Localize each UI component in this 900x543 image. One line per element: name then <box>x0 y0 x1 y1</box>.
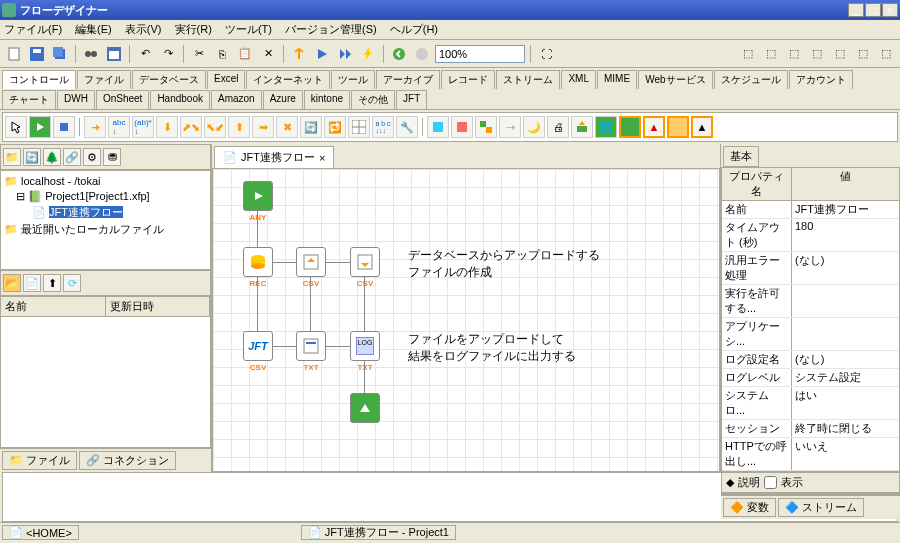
tree-flow[interactable]: 📄 JFT連携フロー <box>4 204 207 221</box>
file-list[interactable]: 名前 更新日時 <box>0 296 211 448</box>
end-node[interactable] <box>350 393 380 423</box>
status-home[interactable]: 📄 <HOME> <box>2 525 79 540</box>
db-node[interactable]: REC <box>243 247 273 277</box>
new-file-icon[interactable]: 📄 <box>23 274 41 292</box>
run-fast-icon[interactable] <box>335 44 355 64</box>
tab-file[interactable]: 📁 ファイル <box>2 451 77 470</box>
category-tab[interactable]: インターネット <box>246 70 330 89</box>
csv-node-1[interactable]: CSV <box>296 247 326 277</box>
show-check[interactable] <box>764 476 777 489</box>
start-node-icon[interactable] <box>29 116 51 138</box>
lightning-icon[interactable] <box>358 44 378 64</box>
wrench-icon[interactable]: 🔧 <box>396 116 418 138</box>
arrow-join-icon[interactable]: ⬉⬋ <box>204 116 226 138</box>
loop2-icon[interactable]: 🔁 <box>324 116 346 138</box>
category-tab[interactable]: Handbook <box>150 90 210 109</box>
maximize-button[interactable]: □ <box>865 3 881 17</box>
category-tab[interactable]: ツール <box>331 70 375 89</box>
abc-icon[interactable]: abc↓ <box>108 116 130 138</box>
grid-icon[interactable] <box>104 44 124 64</box>
tool-icon[interactable]: ⬚ <box>830 44 850 64</box>
debug-icon[interactable] <box>289 44 309 64</box>
csv-node-2[interactable]: CSV <box>350 247 380 277</box>
category-tab[interactable]: kintone <box>304 90 350 109</box>
back-icon[interactable] <box>389 44 409 64</box>
refresh-icon[interactable]: 🔄 <box>23 148 41 166</box>
tree-icon[interactable]: 🌲 <box>43 148 61 166</box>
moon-icon[interactable]: 🌙 <box>523 116 545 138</box>
arrow-down-icon[interactable]: ⬇ <box>156 116 178 138</box>
cfg-icon[interactable]: ⚙ <box>83 148 101 166</box>
col-date[interactable]: 更新日時 <box>106 297 211 316</box>
tool-icon[interactable]: ⬚ <box>761 44 781 64</box>
stop-node-icon[interactable] <box>53 116 75 138</box>
new-icon[interactable] <box>4 44 24 64</box>
start-node[interactable]: ANY <box>243 181 273 211</box>
folder-icon[interactable]: 📁 <box>3 148 21 166</box>
menu-version[interactable]: バージョン管理(S) <box>285 23 377 35</box>
copy-icon[interactable]: ⎘ <box>212 44 232 64</box>
minimize-button[interactable]: _ <box>848 3 864 17</box>
close-tab-icon[interactable]: × <box>319 152 325 164</box>
globe-icon[interactable]: 🌐 <box>595 116 617 138</box>
up-icon[interactable]: ⬆ <box>43 274 61 292</box>
sq-green-icon[interactable] <box>619 116 641 138</box>
arrow-cross-icon[interactable]: ✖ <box>276 116 298 138</box>
tab-connection[interactable]: 🔗 コネクション <box>79 451 176 470</box>
category-tab[interactable]: コントロール <box>2 70 76 89</box>
paste-icon[interactable]: 📋 <box>235 44 255 64</box>
sq-up2-icon[interactable]: ▲ <box>691 116 713 138</box>
category-tab[interactable]: DWH <box>57 90 95 109</box>
print-icon[interactable]: 🖨 <box>547 116 569 138</box>
category-tab[interactable]: スケジュール <box>714 70 788 89</box>
menu-run[interactable]: 実行(R) <box>175 23 212 35</box>
zoom-select[interactable] <box>435 45 525 63</box>
tree-recent[interactable]: 📁 最近開いたローカルファイル <box>4 221 207 238</box>
category-tab[interactable]: その他 <box>351 90 395 109</box>
refresh2-icon[interactable]: ⟳ <box>63 274 81 292</box>
menu-file[interactable]: ファイル(F) <box>4 23 62 35</box>
delete-icon[interactable]: ✕ <box>258 44 278 64</box>
property-table[interactable]: プロパティ名値 名前JFT連携フロータイムアウト (秒)180汎用エラー処理(な… <box>721 167 900 472</box>
flow-canvas[interactable]: ANY REC CSV CSV JFTCSV TXT LOGTXT データベース… <box>212 168 720 472</box>
menu-edit[interactable]: 編集(E) <box>75 23 112 35</box>
category-tab[interactable]: OnSheet <box>96 90 149 109</box>
abc2-icon[interactable]: (ab)*↓ <box>132 116 154 138</box>
open-icon[interactable]: 📂 <box>3 274 21 292</box>
table-icon[interactable] <box>348 116 370 138</box>
close-button[interactable]: × <box>882 3 898 17</box>
txt-node-2[interactable]: LOGTXT <box>350 331 380 361</box>
txt-node-1[interactable]: TXT <box>296 331 326 361</box>
canvas-tab[interactable]: 📄 JFT連携フロー × <box>214 146 334 168</box>
box1-icon[interactable] <box>427 116 449 138</box>
col-name[interactable]: 名前 <box>1 297 106 316</box>
sq-up-icon[interactable]: ▲ <box>643 116 665 138</box>
sort-icon[interactable]: a b c↓↓↓ <box>372 116 394 138</box>
tab-basic[interactable]: 基本 <box>723 146 759 167</box>
category-tab[interactable]: レコード <box>441 70 495 89</box>
tool-icon[interactable]: ⬚ <box>807 44 827 64</box>
box2-icon[interactable] <box>451 116 473 138</box>
category-tab[interactable]: ファイル <box>77 70 131 89</box>
category-tab[interactable]: Webサービス <box>638 70 712 89</box>
cursor-icon[interactable] <box>5 116 27 138</box>
fit-icon[interactable]: ⛶ <box>536 44 556 64</box>
link-icon[interactable]: 🔗 <box>63 148 81 166</box>
arrow2-icon[interactable]: ⇢ <box>499 116 521 138</box>
category-tab[interactable]: Amazon <box>211 90 262 109</box>
tree-project[interactable]: ⊟ 📗 Project1[Project1.xfp] <box>4 189 207 204</box>
tab-streams[interactable]: 🔷 ストリーム <box>778 498 864 517</box>
status-flow[interactable]: 📄 JFT連携フロー - Project1 <box>301 525 456 540</box>
project-tree[interactable]: 📁 localhost - /tokai ⊟ 📗 Project1[Projec… <box>0 170 211 270</box>
menu-view[interactable]: 表示(V) <box>125 23 162 35</box>
undo-icon[interactable]: ↶ <box>135 44 155 64</box>
category-tab[interactable]: データベース <box>132 70 206 89</box>
arrow-icon[interactable]: ➜ <box>84 116 106 138</box>
binoculars-icon[interactable] <box>81 44 101 64</box>
arrow-split-icon[interactable]: ⬈⬊ <box>180 116 202 138</box>
category-tab[interactable]: JFT <box>396 90 427 109</box>
category-tab[interactable]: XML <box>561 70 596 89</box>
forward-icon[interactable] <box>412 44 432 64</box>
arrow-right-icon[interactable]: ➡ <box>252 116 274 138</box>
cut-icon[interactable]: ✂ <box>189 44 209 64</box>
